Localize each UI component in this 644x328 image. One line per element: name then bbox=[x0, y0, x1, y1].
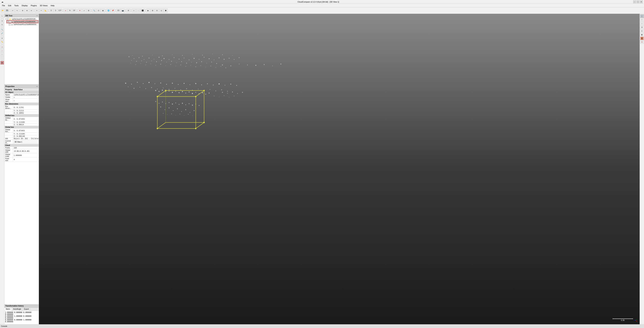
tb-save[interactable]: 💾 bbox=[5, 8, 9, 13]
lt-measure[interactable]: 📏 bbox=[0, 40, 4, 43]
tree-label-child1: 1a04e3eab45ca15dd86060f189e... bbox=[14, 21, 38, 23]
menu-help[interactable]: Help bbox=[49, 4, 56, 7]
svg-point-31 bbox=[131, 60, 132, 61]
rp-btn3[interactable]: ○ bbox=[640, 22, 644, 25]
svg-point-68 bbox=[170, 64, 171, 65]
tree-item-child2[interactable]: ☁ 1a04e3eab45ca15dd86060f189e... bbox=[6, 23, 38, 25]
tb-match[interactable]: ⇔ bbox=[29, 8, 33, 13]
menu-display[interactable]: Display bbox=[20, 4, 29, 7]
tb-distance[interactable]: D bbox=[49, 8, 53, 13]
svg-point-47 bbox=[211, 62, 212, 62]
svg-point-150 bbox=[172, 103, 173, 105]
svg-point-164 bbox=[181, 111, 182, 112]
tb-extra4[interactable]: ⬟ bbox=[164, 8, 168, 13]
tb-icp[interactable]: ICP bbox=[58, 8, 62, 13]
tb-cross[interactable]: ✕ bbox=[78, 8, 82, 13]
tb-circle[interactable]: ○ bbox=[136, 8, 140, 13]
svg-point-156 bbox=[192, 104, 193, 106]
tb-measure[interactable]: 📐 bbox=[44, 8, 48, 13]
svg-point-116 bbox=[221, 89, 222, 90]
tree-item-root[interactable]: ▼ 📁 1a04e3eab45ca15dd86060f189eb1... bbox=[5, 18, 38, 20]
lt-pick[interactable]: ● bbox=[0, 36, 4, 40]
tb-segment[interactable]: ✂ bbox=[39, 8, 43, 13]
lt-color2[interactable]: ■ bbox=[0, 61, 4, 64]
tab-export[interactable]: Export bbox=[22, 308, 30, 311]
menu-3dviews[interactable]: 3D Views bbox=[38, 4, 49, 7]
menu-plugins[interactable]: Plugins bbox=[29, 4, 38, 7]
prop-key-globalbox-z bbox=[4, 135, 13, 137]
tb-pick[interactable]: 📌 bbox=[111, 8, 115, 13]
current-display-select[interactable]: 3D View 1 bbox=[14, 141, 39, 143]
tb-normals[interactable]: N bbox=[68, 8, 72, 13]
tb-scalar[interactable]: S bbox=[54, 8, 58, 13]
rp-btn8[interactable]: ✕ bbox=[640, 40, 644, 44]
viewport-3d[interactable]: 0.35 Y X Z bbox=[39, 14, 640, 324]
tb-clone[interactable]: ⊞ bbox=[86, 8, 90, 13]
prop-val-currentdi[interactable]: 3D View 1 bbox=[13, 140, 39, 144]
tab-axisangle[interactable]: Axis/Angle bbox=[12, 308, 22, 311]
rp-btn2[interactable]: + bbox=[640, 18, 644, 21]
tb-3dv[interactable]: 3D bbox=[116, 8, 120, 13]
tb-zoom[interactable]: 🔍 bbox=[92, 8, 96, 13]
tree-checkbox-child1[interactable] bbox=[9, 21, 11, 23]
menu-tools[interactable]: Tools bbox=[13, 4, 20, 7]
tb-snapshot[interactable]: 📷 bbox=[121, 8, 125, 13]
close-button[interactable]: ✕ bbox=[640, 0, 643, 3]
tb-extra2[interactable]: ⊟ bbox=[155, 8, 159, 13]
tb-open[interactable]: 📂 bbox=[1, 8, 5, 13]
svg-point-43 bbox=[191, 62, 192, 62]
tb-sphere[interactable]: ● bbox=[132, 8, 136, 13]
svg-point-175 bbox=[192, 115, 192, 116]
tb-subsample[interactable]: ⊗ bbox=[25, 8, 29, 13]
tab-matrix[interactable]: Matrix bbox=[4, 308, 12, 311]
lt-plane[interactable]: ▭ bbox=[0, 52, 4, 56]
lt-zoom-out[interactable]: 🔎 bbox=[0, 32, 4, 35]
lt-mesh[interactable]: △ bbox=[0, 49, 4, 52]
svg-point-166 bbox=[190, 112, 190, 113]
tb-persp[interactable]: ◉ bbox=[101, 8, 105, 13]
tree-checkbox-root[interactable] bbox=[7, 18, 8, 20]
menu-file[interactable]: File bbox=[1, 4, 6, 7]
tree-item-child1[interactable]: ☁ 1a04e3eab45ca15dd86060f189e... bbox=[6, 20, 38, 23]
svg-point-112 bbox=[198, 89, 199, 89]
minimize-button[interactable]: ─ bbox=[633, 0, 636, 3]
tb-pca[interactable]: ≡ bbox=[35, 8, 39, 13]
db-tree-content[interactable]: ▼ 📁 1a04e3eab45ca15dd86060f189eb1... ☁ 1… bbox=[4, 17, 39, 84]
svg-point-107 bbox=[169, 89, 170, 90]
tb-cylinder[interactable]: ⬛ bbox=[140, 8, 145, 13]
maximize-button[interactable]: □ bbox=[636, 0, 639, 3]
tb-global[interactable]: 🌐 bbox=[106, 8, 110, 13]
properties-collapse[interactable]: ─ bbox=[36, 85, 38, 87]
tb-undo[interactable]: ↩ bbox=[10, 8, 15, 13]
tb-extra3[interactable]: ◎ bbox=[159, 8, 163, 13]
rp-btn7[interactable]: ■ bbox=[640, 37, 644, 40]
tb-settings[interactable]: ⚙ bbox=[126, 8, 130, 13]
tree-checkbox-child2[interactable] bbox=[9, 23, 10, 25]
tb-scalar2[interactable]: SF bbox=[72, 8, 76, 13]
tb-sample[interactable]: ⊕ bbox=[20, 8, 24, 13]
lt-cursor[interactable]: ↖ bbox=[0, 14, 4, 18]
lt-zoom-in[interactable]: 🔍 bbox=[0, 28, 4, 31]
rp-btn1[interactable]: ≡ bbox=[640, 14, 644, 18]
svg-point-54 bbox=[182, 55, 183, 56]
db-tree-collapse[interactable]: ─ bbox=[36, 15, 38, 17]
lt-translate[interactable]: ✛ bbox=[0, 19, 4, 23]
lt-rotate[interactable]: ↻ bbox=[0, 23, 4, 26]
tb-extra1[interactable]: ⊞ bbox=[150, 8, 154, 13]
tb-merge[interactable]: ↙ bbox=[82, 8, 86, 13]
tb-animate[interactable]: ▶ bbox=[146, 8, 150, 13]
rp-btn4[interactable]: ⚙ bbox=[640, 25, 644, 29]
svg-point-81 bbox=[131, 84, 132, 84]
rp-btn5[interactable]: ● bbox=[640, 29, 644, 33]
lt-sphere2[interactable]: ○ bbox=[0, 56, 4, 59]
tb-ortho[interactable]: ⊡ bbox=[96, 8, 100, 13]
lt-cloud[interactable]: ☁ bbox=[0, 45, 4, 48]
transform-section: Transformation history Matrix Axis/Angle… bbox=[4, 304, 39, 324]
menu-edit[interactable]: Edit bbox=[7, 4, 13, 7]
prop-val-boxdim-y: Y: 0.11213 bbox=[13, 110, 39, 112]
prop-col-property: Property bbox=[4, 88, 13, 91]
tb-sep11 bbox=[131, 9, 131, 12]
tb-redo[interactable]: ↪ bbox=[15, 8, 19, 13]
rp-btn6[interactable]: ▦ bbox=[640, 33, 644, 36]
tb-color[interactable]: ■ bbox=[64, 8, 68, 13]
